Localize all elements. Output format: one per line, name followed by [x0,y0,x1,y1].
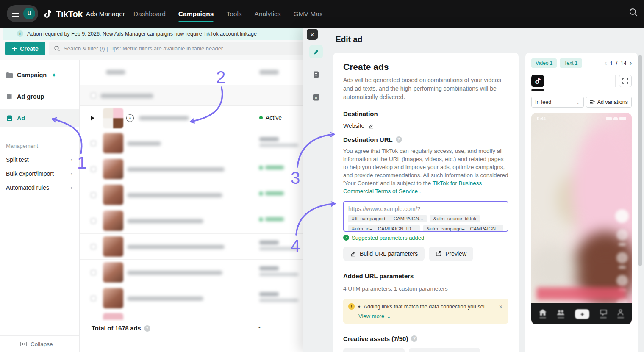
drawer-title: Edit ad [336,35,362,44]
close-drawer-button[interactable]: × [307,29,318,40]
table-row[interactable] [80,260,303,285]
destination-url-input[interactable]: https://www.example.com/? &tt_campaignid… [343,201,508,232]
create-button[interactable]: Create [5,42,45,55]
phone-tab-bar: + [531,303,632,324]
menu-avatar-pill[interactable]: U [7,5,38,22]
ad-thumbnail [103,159,123,179]
destination-value-row: Website [343,122,508,129]
rail-tab-edit[interactable] [309,45,323,58]
creative-assets-label: Creative assets (7/50) [343,335,408,342]
table-row[interactable] [80,208,303,234]
url-chip[interactable]: &utm_campaign=__CAMPAIGN... [423,225,503,232]
sidebar-item-automated-rules[interactable]: Automated rules › [0,180,79,194]
comment-icon[interactable] [616,252,628,263]
sidebar-item-bulk-export-import[interactable]: Bulk export/import › [0,166,79,180]
table-row-selected-ad[interactable]: ✦ Active [80,106,303,130]
rail-tab-document[interactable] [309,68,323,81]
status-label: Active [266,114,282,121]
suggested-parameters-label: Suggested parameters added [352,235,424,241]
profile-tab-icon[interactable] [617,309,624,319]
like-icon[interactable] [616,229,628,241]
previous-page-icon[interactable]: ‹ [605,59,607,67]
placement-value: In feed [535,99,551,105]
view-more-link[interactable]: View more ⌄ [358,313,391,319]
tiktok-logo-icon [42,9,53,19]
help-icon[interactable]: ? [411,335,417,342]
edit-selections-button[interactable]: Edit selections [343,348,405,352]
footer-status-placeholder: - [258,324,261,331]
avatar[interactable]: U [23,8,35,19]
rail-tab-ad-text[interactable]: A [309,91,323,104]
url-value[interactable]: https://www.example.com/? [348,205,503,212]
bookmark-icon[interactable] [616,275,628,286]
fullscreen-button[interactable] [619,75,632,87]
build-url-parameters-button[interactable]: Build URL parameters [343,247,425,261]
brand-name: TikTok [56,9,83,19]
create-ads-description: Ads will be generated based on combinati… [343,76,508,102]
table-row[interactable] [80,182,303,208]
create-post-button[interactable]: + [575,309,589,319]
sidebar-item-label: Automated rules [6,184,49,191]
sidebar-item-ad[interactable]: Ad [0,109,79,127]
page-total: 14 [620,60,626,67]
status-icons [606,117,626,120]
nav-dashboard[interactable]: Dashboard [133,0,166,28]
help-icon[interactable]: ? [396,136,402,143]
table-row[interactable] [80,156,303,182]
status-active-blurred [259,191,284,195]
column-header-status-blurred[interactable] [259,70,279,75]
checkbox[interactable] [91,93,96,98]
table-row[interactable] [80,285,303,311]
brand-logo: TikTok Ads Manager [42,0,125,28]
table-row[interactable] [80,234,303,260]
nav-campaigns[interactable]: Campaigns [178,0,214,28]
dismiss-warning-icon[interactable]: × [498,303,503,310]
sidebar-item-split-test[interactable]: Split test › [0,152,79,166]
url-chip[interactable]: &utm_source=tiktok [430,215,480,222]
expand-row-icon[interactable] [91,116,94,121]
nav-tools[interactable]: Tools [226,0,242,28]
sidebar-item-label: Ad [17,115,25,122]
check-icon: ✓ [343,235,349,241]
column-header-name-blurred[interactable] [106,70,125,75]
ad-name-blurred[interactable] [139,116,189,120]
sidebar-item-ad-group[interactable]: Ad group [0,88,79,105]
drawer-scrollbar[interactable] [638,55,642,266]
help-icon[interactable]: ? [144,325,150,332]
url-legal-text: You agree that TikTok can regularly acce… [343,147,508,196]
plus-icon [12,46,17,51]
friends-tab-icon[interactable] [557,310,565,319]
inbox-tab-icon[interactable] [600,309,607,319]
ad-preview-panel: Video 1 Text 1 ‹ 1 / 14 › [525,53,638,352]
url-chip[interactable]: &utm_id=__CAMPAIGN_ID__ [348,225,420,232]
url-chip[interactable]: &tt_campaignid=__CAMPAIGN... [348,215,427,222]
edit-pencil-icon[interactable] [368,123,374,129]
total-ads-label: Total of 1678 ads [92,325,141,332]
ad-variations-button[interactable]: Ad variations [586,97,632,108]
create-new-videos-button[interactable]: Create new videos [409,348,480,352]
search-filter-bar[interactable] [49,42,303,55]
home-tab-icon[interactable] [539,309,547,319]
next-page-icon[interactable]: › [630,59,632,67]
nav-gmv-max[interactable]: GMV Max [294,0,323,28]
search-icon[interactable] [629,8,638,19]
table-summary-row [80,85,303,106]
pencil-icon [350,251,356,257]
ad-thumbnail [103,288,123,308]
collapse-sidebar-button[interactable]: Collapse [0,335,79,352]
signal-icon [606,117,612,120]
hamburger-menu-icon[interactable] [12,11,19,17]
profile-avatar-icon[interactable] [615,209,629,223]
table-row[interactable] [80,130,303,156]
search-input[interactable] [64,45,298,52]
nav-analytics[interactable]: Analytics [255,0,281,28]
divider [0,135,79,135]
video-badge[interactable]: Video 1 [531,58,557,68]
tiktok-app-icon[interactable] [531,75,544,87]
preview-button[interactable]: Preview [429,247,473,261]
cta-banner-blurred[interactable] [536,287,626,300]
text-badge[interactable]: Text 1 [560,58,582,68]
left-sidebar: Campaign ✦ Ad group Ad Management Split … [0,60,80,352]
placement-select[interactable]: In feed ⌄ [531,97,584,108]
sidebar-item-campaign[interactable]: Campaign ✦ [0,66,79,84]
